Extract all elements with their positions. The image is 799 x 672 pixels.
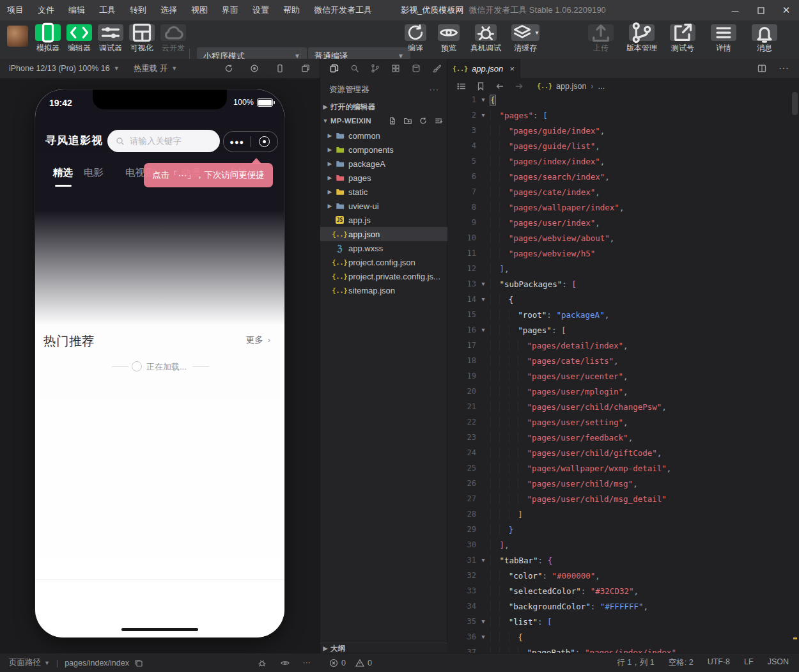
code-line-31[interactable]: 31▼"tabBar": { bbox=[447, 552, 799, 568]
minimize-button[interactable]: ─ bbox=[722, 0, 748, 20]
menu-设置[interactable]: 设置 bbox=[245, 0, 276, 20]
refresh-icon[interactable] bbox=[419, 116, 428, 125]
toolbar-button-云开发[interactable]: 云开发 bbox=[157, 24, 189, 54]
code-line-17[interactable]: 17"pages/detail/index", bbox=[447, 338, 799, 353]
code-line-30[interactable]: 30], bbox=[447, 537, 799, 552]
navigate-forward-icon[interactable] bbox=[514, 81, 524, 91]
code-line-33[interactable]: 33"selectedColor": "#32CD32", bbox=[447, 583, 799, 598]
editor-more-icon[interactable]: ··· bbox=[779, 63, 789, 74]
problems-indicator[interactable]: 0 0 bbox=[320, 658, 447, 668]
code-line-26[interactable]: 26"pages/user/child/msg", bbox=[447, 476, 799, 491]
home-target-icon[interactable] bbox=[251, 136, 278, 147]
rotate-icon[interactable] bbox=[224, 63, 234, 74]
file-tree-item-project.config.json[interactable]: {..}project.config.json bbox=[320, 255, 448, 269]
code-line-16[interactable]: 16▼"pages": [ bbox=[447, 322, 799, 338]
statusbar-item[interactable]: UTF-8 bbox=[708, 657, 730, 668]
maximize-button[interactable] bbox=[748, 0, 773, 20]
code-line-6[interactable]: 6"pages/search/index", bbox=[447, 169, 799, 184]
multi-window-icon[interactable] bbox=[300, 63, 311, 74]
code-line-9[interactable]: 9"pages/user/index", bbox=[447, 215, 799, 230]
code-line-4[interactable]: 4"pages/guide/list", bbox=[447, 138, 799, 153]
toolbar-button-测试号[interactable]: 测试号 bbox=[662, 24, 703, 54]
code-line-3[interactable]: 3"pages/guide/index", bbox=[447, 123, 799, 138]
user-avatar[interactable] bbox=[7, 26, 28, 47]
code-area[interactable]: 1▼{2▼"pages": [3"pages/guide/index",4"pa… bbox=[447, 92, 799, 653]
code-line-18[interactable]: 18"pages/cate/lists", bbox=[447, 353, 799, 368]
fold-chevron-icon[interactable]: ▼ bbox=[476, 634, 490, 640]
code-line-13[interactable]: 13▼"subPackages": [ bbox=[447, 276, 799, 292]
copy-icon[interactable] bbox=[134, 658, 144, 668]
page-path-label[interactable]: 页面路径 bbox=[9, 657, 41, 668]
phone-tab-精选[interactable]: 精选 bbox=[53, 166, 73, 180]
menu-项目[interactable]: 项目 bbox=[0, 0, 31, 20]
breadcrumb-file[interactable]: app.json bbox=[556, 82, 586, 91]
new-folder-icon[interactable] bbox=[403, 116, 412, 125]
statusbar-item[interactable]: LF bbox=[744, 657, 754, 668]
storage-icon[interactable] bbox=[411, 63, 421, 74]
tab-close-icon[interactable]: × bbox=[509, 64, 515, 74]
toolbar-button-消息[interactable]: 消息 bbox=[744, 24, 785, 54]
file-tree-item-static[interactable]: ▶static bbox=[320, 185, 448, 199]
code-line-23[interactable]: 23"pages/user/feedback", bbox=[447, 430, 799, 445]
menu-编辑[interactable]: 编辑 bbox=[61, 0, 92, 20]
breadcrumb-more[interactable]: ... bbox=[598, 82, 605, 91]
code-line-24[interactable]: 24"pages/user/child/giftCode", bbox=[447, 445, 799, 460]
code-line-20[interactable]: 20"pages/user/mplogin", bbox=[447, 384, 799, 399]
menu-帮助[interactable]: 帮助 bbox=[276, 0, 307, 20]
menu-文件[interactable]: 文件 bbox=[31, 0, 61, 20]
brush-icon[interactable] bbox=[431, 63, 442, 74]
visibility-eye-icon[interactable] bbox=[280, 658, 290, 668]
navigate-back-icon[interactable] bbox=[495, 81, 505, 91]
code-line-28[interactable]: 28] bbox=[447, 506, 799, 522]
git-icon[interactable] bbox=[370, 63, 380, 74]
statusbar-item[interactable]: JSON bbox=[768, 657, 789, 668]
file-tree-item-uview-ui[interactable]: ▶uview-ui bbox=[320, 199, 448, 213]
code-line-35[interactable]: 35▼"list": [ bbox=[447, 614, 799, 629]
new-file-icon[interactable] bbox=[388, 116, 397, 125]
device-icon[interactable] bbox=[275, 63, 285, 74]
code-line-8[interactable]: 8"pages/wallpaper/index", bbox=[447, 199, 799, 215]
file-tree-item-sitemap.json[interactable]: {..}sitemap.json bbox=[320, 283, 448, 297]
fold-chevron-icon[interactable]: ▼ bbox=[476, 296, 490, 302]
file-tree-item-packageA[interactable]: ▶packageA bbox=[320, 157, 448, 171]
file-tree-item-common[interactable]: ▶common bbox=[320, 129, 448, 143]
fold-chevron-icon[interactable]: ▼ bbox=[476, 281, 490, 287]
home-indicator[interactable] bbox=[121, 628, 198, 631]
code-line-22[interactable]: 22"pages/user/setting", bbox=[447, 414, 799, 430]
code-line-37[interactable]: 37"pagePath": "pages/index/index", bbox=[447, 645, 799, 653]
more-link[interactable]: 更多 › bbox=[246, 334, 270, 346]
extensions-icon[interactable] bbox=[391, 63, 401, 74]
menu-转到[interactable]: 转到 bbox=[123, 0, 153, 20]
code-line-21[interactable]: 21"pages/user/child/changePsw", bbox=[447, 399, 799, 414]
code-line-12[interactable]: 12], bbox=[447, 261, 799, 276]
code-line-11[interactable]: 11"pages/webview/h5" bbox=[447, 246, 799, 261]
file-tree-item-app.json[interactable]: {..}app.json bbox=[320, 227, 448, 241]
fold-chevron-icon[interactable]: ▼ bbox=[476, 618, 490, 625]
code-line-14[interactable]: 14▼{ bbox=[447, 292, 799, 307]
search-input[interactable]: 请输入关键字 bbox=[107, 130, 220, 152]
toolbar-button-详情[interactable]: 详情 bbox=[703, 24, 744, 54]
toolbar-button-编辑器[interactable]: 编辑器 bbox=[63, 24, 95, 54]
statusbar-item[interactable]: 行 1，列 1 bbox=[617, 657, 654, 668]
fold-chevron-icon[interactable]: ▼ bbox=[476, 112, 490, 118]
outline-section[interactable]: ▶ 大纲 bbox=[320, 643, 448, 653]
menu-微信开发者工具[interactable]: 微信开发者工具 bbox=[307, 0, 379, 20]
code-line-1[interactable]: 1▼{ bbox=[447, 92, 799, 107]
menu-视图[interactable]: 视图 bbox=[184, 0, 215, 20]
fold-chevron-icon[interactable]: ▼ bbox=[476, 97, 490, 103]
open-editors-section[interactable]: ▶ 打开的编辑器 bbox=[320, 100, 448, 114]
code-line-5[interactable]: 5"pages/index/index", bbox=[447, 153, 799, 169]
search-icon[interactable] bbox=[350, 63, 360, 74]
toolbar-button-版本管理[interactable]: 版本管理 bbox=[621, 24, 662, 54]
code-line-32[interactable]: 32"color": "#000000", bbox=[447, 568, 799, 583]
file-tree-item-app.js[interactable]: JSapp.js bbox=[320, 213, 448, 227]
tab-app-json[interactable]: {..} app.json × bbox=[447, 59, 520, 78]
menu-选择[interactable]: 选择 bbox=[153, 0, 184, 20]
code-line-36[interactable]: 36▼{ bbox=[447, 629, 799, 645]
file-tree-item-components[interactable]: ▶components bbox=[320, 143, 448, 157]
toolbar-button-编译[interactable]: 编译 bbox=[399, 24, 432, 54]
toolbar-button-真机调试[interactable]: 真机调试 bbox=[465, 24, 506, 54]
close-button[interactable]: ✕ bbox=[773, 0, 799, 20]
vconsole-bug-icon[interactable] bbox=[257, 658, 267, 668]
code-line-34[interactable]: 34"backgroundColor": "#FFFFFF", bbox=[447, 598, 799, 614]
